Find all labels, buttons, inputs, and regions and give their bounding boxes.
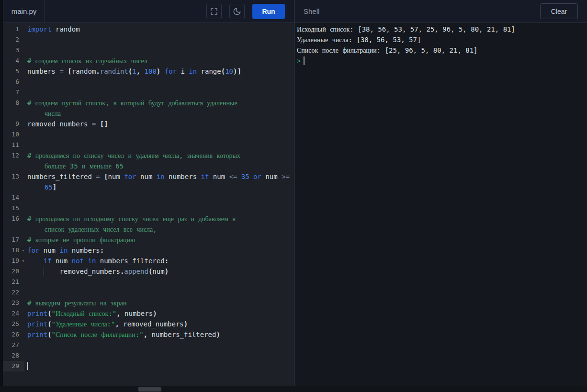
shell-body[interactable]: Исходный список: [38, 56, 53, 57, 25, 96… <box>294 23 587 386</box>
code-token <box>160 67 164 75</box>
code-text <box>27 361 28 371</box>
code-area[interactable]: 1import random234# создаем список из слу… <box>3 23 294 386</box>
line-number: 9 <box>3 119 19 129</box>
code-token: "Список после фильтрации:" <box>52 331 144 338</box>
code-line[interactable]: 18▾for num in numbers: <box>3 245 294 256</box>
code-token: = <box>59 67 63 75</box>
code-line[interactable]: 9removed_numbers = [] <box>3 119 294 129</box>
line-number: 7 <box>3 87 19 98</box>
code-token: if <box>201 173 209 180</box>
code-line[interactable]: числа <box>3 108 294 119</box>
line-number: 13 <box>3 171 19 182</box>
code-line[interactable]: 13numbers_filtered = [num for num in num… <box>3 171 294 182</box>
code-token: if <box>44 257 52 265</box>
line-number: 11 <box>3 140 19 150</box>
code-token: removed_numbers <box>27 268 120 275</box>
code-line[interactable]: 3 <box>3 45 294 56</box>
code-line[interactable]: 4# создаем список из случайных чисел <box>3 56 294 66</box>
code-line[interactable]: 26print("Список после фильтрации:", numb… <box>3 329 294 340</box>
theme-toggle-button[interactable] <box>229 4 245 19</box>
code-token: print <box>27 310 47 317</box>
code-line[interactable]: 5numbers = [random.randint(1, 100) for i… <box>3 66 294 77</box>
code-token: num <box>209 173 229 180</box>
code-line[interactable]: 1import random <box>3 24 294 34</box>
editor-header: main.py Run <box>3 0 294 23</box>
code-line[interactable]: 22 <box>3 287 294 298</box>
code-token: num <box>108 173 124 180</box>
code-line[interactable]: 19▾ if num not in numbers_filtered: <box>3 256 294 266</box>
code-token: ] <box>53 183 56 191</box>
line-number: 5 <box>3 66 19 77</box>
code-line[interactable]: 27 <box>3 340 294 350</box>
code-token: num <box>261 173 282 180</box>
fold-gutter-spacer <box>19 266 27 277</box>
code-token: [ <box>104 173 108 180</box>
code-token: not <box>72 257 84 265</box>
code-token: 100 <box>145 67 157 75</box>
fold-gutter-spacer <box>19 192 27 203</box>
code-token: # проходимся по списку чисел и удаляем ч… <box>27 152 240 159</box>
code-line[interactable]: 6 <box>3 77 294 87</box>
code-line[interactable]: 10 <box>3 129 294 140</box>
line-number: 14 <box>3 192 19 203</box>
fold-arrow-icon[interactable]: ▾ <box>19 256 27 266</box>
fold-gutter-spacer <box>19 150 27 161</box>
horizontal-scrollbar-thumb[interactable] <box>138 387 161 392</box>
fullscreen-button[interactable] <box>206 4 222 19</box>
code-token <box>96 120 100 128</box>
code-token: in <box>189 67 197 75</box>
code-line[interactable]: 25print("Удаленные числа:", removed_numb… <box>3 319 294 329</box>
code-token <box>27 257 44 265</box>
code-token: removed_numbers <box>119 320 184 328</box>
code-token: append <box>124 268 148 275</box>
fold-gutter-spacer <box>19 203 27 213</box>
code-token: ) <box>184 320 188 328</box>
code-line[interactable]: 16# проходимся по исходному списку чисел… <box>3 213 294 224</box>
code-token: = <box>96 173 100 180</box>
code-line[interactable]: больше 35 и меньше 65 <box>3 161 294 171</box>
code-token <box>140 67 144 75</box>
code-token: for <box>165 67 177 75</box>
code-text: # которые не прошли фильтрацию <box>27 235 135 245</box>
fold-gutter-spacer <box>19 119 27 129</box>
fold-gutter-spacer <box>19 24 27 34</box>
code-token: ( <box>221 67 225 75</box>
line-number <box>3 224 19 235</box>
line-number: 4 <box>3 56 19 66</box>
run-button[interactable]: Run <box>252 4 285 19</box>
code-line[interactable]: 24print("Исходный список:", numbers) <box>3 308 294 319</box>
code-line[interactable]: 11 <box>3 140 294 150</box>
shell-header: Shell Clear <box>294 0 587 23</box>
fold-arrow-icon[interactable]: ▾ <box>19 245 27 256</box>
code-line[interactable]: список удаленных чисел все числа, <box>3 224 294 235</box>
tab-main-py[interactable]: main.py <box>3 0 45 22</box>
code-token: # выводим результаты на экран <box>27 299 126 307</box>
code-token: random <box>52 25 80 33</box>
code-token: >= <box>282 173 290 180</box>
clear-button[interactable]: Clear <box>540 3 578 19</box>
code-token: [] <box>100 120 108 128</box>
code-line[interactable]: 8# создаем пустой список, в который буду… <box>3 98 294 108</box>
horizontal-scrollbar-track[interactable] <box>0 386 587 392</box>
code-line[interactable]: 7 <box>3 87 294 98</box>
code-line[interactable]: 12# проходимся по списку чисел и удаляем… <box>3 150 294 161</box>
code-line[interactable]: 2 <box>3 34 294 45</box>
app-window: main.py Run <box>3 0 587 386</box>
code-token: print <box>27 331 47 338</box>
code-line[interactable]: 15 <box>3 203 294 213</box>
shell-prompt-line[interactable]: > <box>297 56 584 66</box>
code-line[interactable]: 14 <box>3 192 294 203</box>
code-token: for <box>27 246 39 254</box>
code-line[interactable]: 21 <box>3 277 294 287</box>
code-token: # создаем пустой список, в который будут… <box>27 99 237 107</box>
code-line[interactable]: 28 <box>3 350 294 361</box>
code-line[interactable]: 20 removed_numbers.append(num) <box>3 266 294 277</box>
code-line[interactable]: 23# выводим результаты на экран <box>3 298 294 308</box>
code-line[interactable]: 17# которые не прошли фильтрацию <box>3 235 294 245</box>
code-line[interactable]: 29 <box>3 361 294 371</box>
moon-icon <box>233 7 241 16</box>
line-number: 6 <box>3 77 19 87</box>
code-token: 1 <box>132 67 136 75</box>
line-number: 18 <box>3 245 19 256</box>
code-line[interactable]: 65] <box>3 182 294 192</box>
